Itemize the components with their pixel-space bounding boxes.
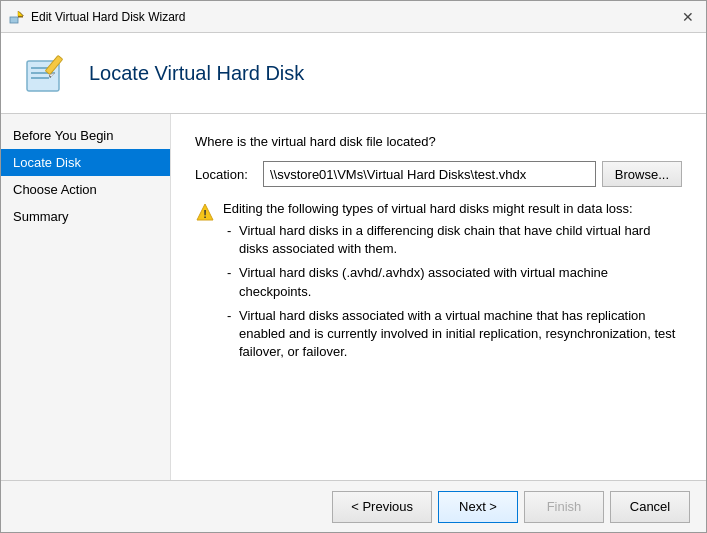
header-icon: [21, 47, 73, 99]
sidebar-item-summary[interactable]: Summary: [1, 203, 170, 230]
sidebar: Before You Begin Locate Disk Choose Acti…: [1, 114, 171, 480]
browse-button[interactable]: Browse...: [602, 161, 682, 187]
location-row: Location: Browse...: [195, 161, 682, 187]
previous-button[interactable]: < Previous: [332, 491, 432, 523]
warning-item-1: Virtual hard disks (.avhd/.avhdx) associ…: [223, 264, 682, 300]
title-bar-text: Edit Virtual Hard Disk Wizard: [31, 10, 678, 24]
svg-rect-7: [31, 77, 49, 79]
page-title: Locate Virtual Hard Disk: [89, 62, 304, 85]
wizard-window: Edit Virtual Hard Disk Wizard ✕ Locate V…: [0, 0, 707, 533]
warning-item-0: Virtual hard disks in a differencing dis…: [223, 222, 682, 258]
content-area: Before You Begin Locate Disk Choose Acti…: [1, 114, 706, 480]
finish-button[interactable]: Finish: [524, 491, 604, 523]
warning-content: Editing the following types of virtual h…: [223, 201, 682, 367]
location-label: Location:: [195, 167, 255, 182]
warning-icon: !: [195, 202, 215, 222]
wizard-header: Locate Virtual Hard Disk: [1, 33, 706, 114]
question-text: Where is the virtual hard disk file loca…: [195, 134, 682, 149]
svg-rect-0: [10, 17, 18, 23]
warning-box: ! Editing the following types of virtual…: [195, 201, 682, 367]
svg-rect-2: [18, 16, 23, 18]
sidebar-item-choose-action[interactable]: Choose Action: [1, 176, 170, 203]
svg-text:!: !: [203, 208, 207, 220]
warning-title: Editing the following types of virtual h…: [223, 201, 682, 216]
warning-item-2: Virtual hard disks associated with a vir…: [223, 307, 682, 362]
sidebar-item-before-you-begin[interactable]: Before You Begin: [1, 122, 170, 149]
footer: < Previous Next > Finish Cancel: [1, 480, 706, 532]
sidebar-item-locate-disk[interactable]: Locate Disk: [1, 149, 170, 176]
warning-list: Virtual hard disks in a differencing dis…: [223, 222, 682, 361]
title-bar-icon: [9, 9, 25, 25]
location-input[interactable]: [263, 161, 596, 187]
close-button[interactable]: ✕: [678, 7, 698, 27]
title-bar: Edit Virtual Hard Disk Wizard ✕: [1, 1, 706, 33]
next-button[interactable]: Next >: [438, 491, 518, 523]
main-panel: Where is the virtual hard disk file loca…: [171, 114, 706, 480]
cancel-button[interactable]: Cancel: [610, 491, 690, 523]
